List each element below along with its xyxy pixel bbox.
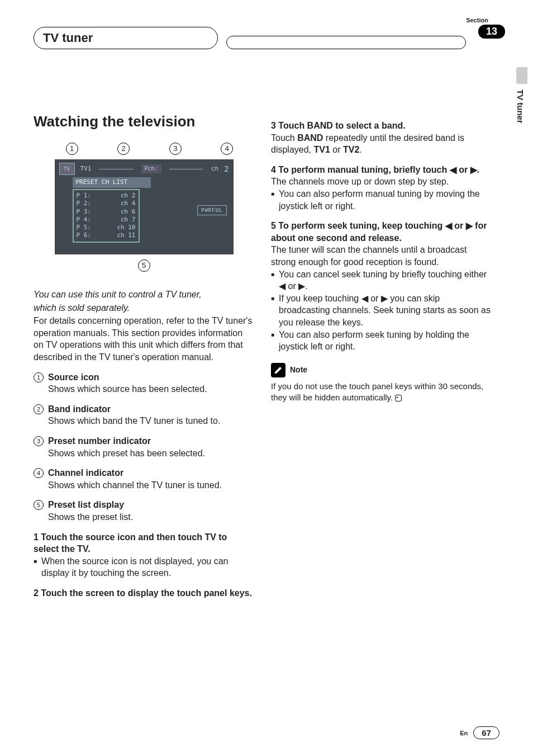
legend-item: 3Preset number indicator bbox=[34, 435, 254, 447]
left-column: Watching the television 1 2 3 4 TV1 Pch:… bbox=[34, 112, 254, 599]
step: 3 Touch BAND to select a band.Touch BAND… bbox=[271, 120, 492, 156]
step-bullet: You can cancel seek tuning by briefly to… bbox=[271, 268, 492, 292]
page-heading: Watching the television bbox=[34, 112, 254, 131]
step-head: 5 To perform seek tuning, keep touching … bbox=[271, 220, 492, 244]
section-indicator: Section 13 bbox=[466, 17, 505, 39]
ch-value: 2 bbox=[224, 164, 229, 174]
preset-list: P 1:ch 2 P 2:ch 4 P 3:ch 6 P 4:ch 7 P 5:… bbox=[73, 189, 140, 243]
side-tab bbox=[516, 67, 527, 84]
pch-underline bbox=[169, 169, 203, 169]
legend-title: Band indicator bbox=[48, 403, 111, 415]
legend-desc: Shows which band the TV tuner is tuned t… bbox=[48, 415, 254, 427]
header-divider bbox=[226, 36, 466, 49]
tv-screen-mock: TV1 Pch: ch 2 PRESET CH LIST P 1:ch 2 P … bbox=[55, 159, 234, 254]
callout-3: 3 bbox=[169, 143, 182, 155]
legend-number: 3 bbox=[34, 436, 44, 446]
content-columns: Watching the television 1 2 3 4 TV1 Pch:… bbox=[34, 112, 505, 599]
section-label: Section bbox=[466, 17, 488, 23]
legend-item: 4Channel indicator bbox=[34, 467, 254, 479]
legend-number: 2 bbox=[34, 404, 44, 414]
legend-item: 1Source icon bbox=[34, 371, 254, 384]
step-head: 3 Touch BAND to select a band. bbox=[271, 120, 492, 132]
page-header: TV tuner Section 13 bbox=[34, 17, 505, 50]
step-body: The tuner will scan the channels until a… bbox=[271, 244, 492, 268]
step-head: 2 Touch the screen to display the touch … bbox=[34, 587, 254, 599]
legend-number: 1 bbox=[34, 372, 44, 382]
legend-item: 2Band indicator bbox=[34, 403, 254, 415]
step: 4 To perform manual tuning, briefly touc… bbox=[271, 164, 492, 212]
section-number-badge: 13 bbox=[478, 25, 505, 39]
preset-row: P 6:ch 11 bbox=[77, 231, 136, 239]
step-bullet: You can also perform seek tuning by hold… bbox=[271, 329, 492, 353]
callout-1: 1 bbox=[66, 143, 78, 155]
legend-desc: Shows the preset list. bbox=[48, 511, 254, 523]
note-text: If you do not use the touch panel keys w… bbox=[271, 381, 492, 404]
preset-row: P 5:ch 10 bbox=[77, 224, 136, 231]
step-body: The channels move up or down step by ste… bbox=[271, 176, 492, 188]
note-label: Note bbox=[290, 365, 307, 375]
step-bullet: When the source icon is not displayed, y… bbox=[34, 555, 254, 579]
pch-label: Pch: bbox=[141, 164, 161, 173]
legend-title: Source icon bbox=[48, 371, 99, 384]
step-head: 4 To perform manual tuning, briefly touc… bbox=[271, 164, 492, 176]
callout-5: 5 bbox=[138, 259, 150, 272]
legend-number: 4 bbox=[34, 468, 44, 478]
legend-list: 1Source iconShows which source has been … bbox=[34, 371, 254, 523]
intro-italic-1: You can use this unit to control a TV tu… bbox=[34, 289, 254, 301]
intro-paragraph: For details concerning operation, refer … bbox=[34, 315, 254, 363]
source-icon bbox=[59, 163, 75, 175]
preset-row: P 1:ch 2 bbox=[77, 192, 136, 200]
step-head: 1 Touch the source icon and then touch T… bbox=[34, 531, 254, 555]
legend-item: 5Preset list display bbox=[34, 499, 254, 511]
ch-label: ch bbox=[211, 165, 218, 173]
screen-diagram: 1 2 3 4 TV1 Pch: ch 2 PRESET CH LIST P 1… bbox=[49, 143, 239, 272]
right-column: 3 Touch BAND to select a band.Touch BAND… bbox=[271, 112, 492, 599]
legend-title: Preset number indicator bbox=[48, 435, 151, 447]
note-icon bbox=[271, 363, 285, 377]
legend-title: Channel indicator bbox=[48, 467, 123, 479]
end-mark-icon bbox=[395, 395, 402, 401]
header-title: TV tuner bbox=[43, 31, 93, 45]
legend-desc: Shows which preset has been selected. bbox=[48, 447, 254, 460]
page-footer: En 67 bbox=[460, 726, 499, 739]
step-body: Touch BAND repeatedly until the desired … bbox=[271, 132, 492, 156]
callout-4: 4 bbox=[221, 143, 233, 155]
legend-desc: Shows which source has been selected. bbox=[48, 383, 254, 395]
screen-topbar: TV1 Pch: ch 2 bbox=[56, 160, 232, 177]
preset-row: P 4:ch 7 bbox=[77, 216, 136, 224]
step: 1 Touch the source icon and then touch T… bbox=[34, 531, 254, 579]
preset-header: PRESET CH LIST bbox=[73, 177, 151, 188]
callout-2: 2 bbox=[117, 143, 130, 155]
intro-italic-2: which is sold separately. bbox=[34, 302, 254, 314]
band-underline bbox=[99, 169, 133, 169]
band-label: TV1 bbox=[80, 165, 92, 173]
step: 2 Touch the screen to display the touch … bbox=[34, 587, 254, 599]
step: 5 To perform seek tuning, keep touching … bbox=[271, 220, 492, 353]
preset-row: P 3:ch 6 bbox=[77, 208, 136, 216]
callout-row-top: 1 2 3 4 bbox=[49, 143, 239, 155]
preset-row: P 2:ch 4 bbox=[77, 200, 136, 207]
step-bullet: If you keep touching ◀ or ▶ you can skip… bbox=[271, 292, 492, 329]
legend-title: Preset list display bbox=[48, 499, 124, 511]
side-vertical-title: TV tuner bbox=[516, 89, 525, 124]
pwrful-badge: PWRFUL bbox=[197, 205, 227, 215]
footer-page-number: 67 bbox=[473, 726, 499, 739]
header-title-pill: TV tuner bbox=[34, 27, 218, 49]
footer-language: En bbox=[460, 730, 468, 736]
callout-row-bottom: 5 bbox=[49, 259, 239, 272]
legend-number: 5 bbox=[34, 500, 44, 510]
legend-desc: Shows which channel the TV tuner is tune… bbox=[48, 479, 254, 492]
note-header: Note bbox=[271, 363, 492, 377]
step-bullet: You can also perform manual tuning by mo… bbox=[271, 188, 492, 212]
